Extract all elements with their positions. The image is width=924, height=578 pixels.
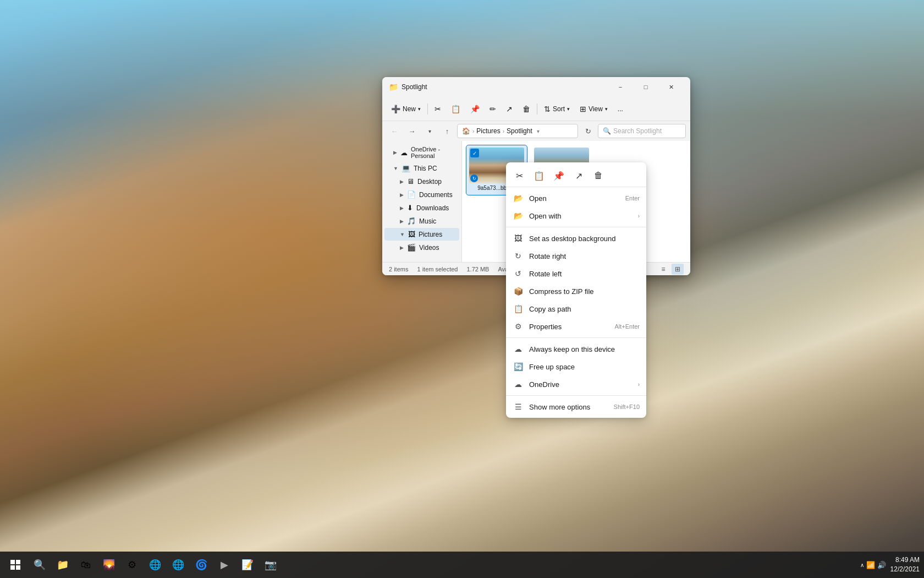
sort-dropdown-icon: ▾ bbox=[567, 106, 570, 112]
ctx-rotate-right[interactable]: ↻ Rotate right bbox=[506, 247, 646, 265]
refresh-button[interactable]: ↻ bbox=[580, 123, 596, 139]
taskbar: 🔍 📁 🛍 🌄 ⚙ 🌐 🌐 🌀 ▶ 📝 📷 ∧ 📶 🔊 8:49 AM 12/2… bbox=[0, 552, 924, 578]
grid-view-button[interactable]: ⊞ bbox=[672, 264, 684, 275]
sidebar-item-pictures[interactable]: ▼ 🖼 Pictures bbox=[384, 228, 459, 241]
ctx-sep-3 bbox=[506, 395, 646, 396]
recent-button[interactable]: ▾ bbox=[422, 123, 437, 139]
sidebar-item-thispc[interactable]: ▼ 💻 This PC bbox=[384, 162, 459, 175]
sidebar-item-documents[interactable]: ▶ 📄 Documents bbox=[384, 188, 459, 201]
maximize-button[interactable]: □ bbox=[633, 78, 658, 96]
forward-button[interactable]: → bbox=[404, 123, 420, 139]
delete-icon: 🗑 bbox=[522, 105, 530, 113]
sidebar-music-label: Music bbox=[419, 217, 436, 225]
desktop: 📁 Spotlight − □ ✕ ➕ New ▾ ✂ 📋 📌 bbox=[0, 0, 924, 578]
clock-time: 8:49 AM bbox=[890, 555, 920, 565]
view-dropdown-icon: ▾ bbox=[605, 106, 608, 112]
sort-icon: ⇅ bbox=[544, 105, 551, 113]
taskbar-edge[interactable]: 🌐 bbox=[144, 554, 166, 576]
list-view-button[interactable]: ≡ bbox=[657, 264, 669, 275]
start-button[interactable] bbox=[4, 554, 26, 576]
clock[interactable]: 8:49 AM 12/2/2021 bbox=[890, 555, 920, 574]
clock-date: 12/2/2021 bbox=[890, 565, 920, 574]
sidebar-item-desktop[interactable]: ▶ 🖥 Desktop bbox=[384, 175, 459, 188]
taskbar-search[interactable]: 🔍 bbox=[29, 554, 51, 576]
cut-button[interactable]: ✂ bbox=[430, 102, 446, 116]
ctx-paste-button[interactable]: 📌 bbox=[550, 167, 568, 184]
ctx-always-keep-label: Always keep on this device bbox=[529, 345, 640, 353]
path-pictures[interactable]: Pictures bbox=[476, 127, 500, 135]
taskbar-edge-dev[interactable]: 🌐 bbox=[167, 554, 189, 576]
ctx-open-with[interactable]: 📂 Open with › bbox=[506, 207, 646, 225]
ctx-properties[interactable]: ⚙ Properties Alt+Enter bbox=[506, 318, 646, 335]
ctx-open-label: Open bbox=[529, 194, 620, 203]
toolbar-separator-1 bbox=[427, 103, 428, 114]
paste-icon: 📌 bbox=[470, 105, 480, 113]
up-button[interactable]: ↑ bbox=[439, 123, 455, 139]
ctx-properties-label: Properties bbox=[529, 323, 609, 331]
sidebar-item-videos[interactable]: ▶ 🎬 Videos bbox=[384, 241, 459, 254]
sort-button[interactable]: ⇅ Sort ▾ bbox=[540, 102, 574, 116]
ctx-copy-path[interactable]: 📋 Copy as path bbox=[506, 300, 646, 318]
address-path[interactable]: 🏠 › Pictures › Spotlight ▾ bbox=[457, 124, 578, 138]
pictures-icon: 🖼 bbox=[408, 230, 415, 238]
sidebar-pictures-label: Pictures bbox=[419, 231, 442, 238]
ctx-onedrive[interactable]: ☁ OneDrive › bbox=[506, 375, 646, 393]
sidebar-item-downloads[interactable]: ▶ ⬇ Downloads bbox=[384, 201, 459, 214]
ctx-share-button[interactable]: ↗ bbox=[570, 167, 587, 184]
ctx-rotate-left-icon: ↺ bbox=[513, 268, 524, 279]
taskbar-store[interactable]: 🛍 bbox=[75, 554, 97, 576]
sidebar-videos-label: Videos bbox=[419, 244, 439, 252]
ctx-always-keep-icon: ☁ bbox=[513, 343, 524, 355]
ctx-free-space[interactable]: 🔄 Free up space bbox=[506, 358, 646, 375]
network-icon[interactable]: 📶 bbox=[866, 561, 875, 569]
taskbar-file-explorer[interactable]: 📁 bbox=[52, 554, 74, 576]
ctx-onedrive-arrow: › bbox=[638, 381, 640, 388]
back-button[interactable]: ← bbox=[387, 123, 402, 139]
ctx-open-icon: 📂 bbox=[513, 193, 524, 204]
ctx-desktop-icon: 🖼 bbox=[513, 233, 524, 244]
ctx-rotate-left-label: Rotate left bbox=[529, 270, 640, 278]
volume-icon[interactable]: 🔊 bbox=[877, 561, 886, 569]
ctx-open[interactable]: 📂 Open Enter bbox=[506, 189, 646, 207]
view-button[interactable]: ⊞ View ▾ bbox=[575, 102, 612, 116]
ctx-set-desktop[interactable]: 🖼 Set as desktop background bbox=[506, 230, 646, 247]
taskbar-photos[interactable]: 🌄 bbox=[98, 554, 120, 576]
ctx-delete-button[interactable]: 🗑 bbox=[590, 167, 607, 184]
chevron-icon[interactable]: ∧ bbox=[860, 562, 864, 568]
path-spotlight[interactable]: Spotlight bbox=[507, 127, 532, 135]
sidebar-item-music[interactable]: ▶ 🎵 Music bbox=[384, 215, 459, 227]
rename-button[interactable]: ✏ bbox=[485, 102, 501, 116]
ctx-always-keep[interactable]: ☁ Always keep on this device bbox=[506, 340, 646, 358]
ctx-show-more[interactable]: ☰ Show more options Shift+F10 bbox=[506, 398, 646, 416]
taskbar-settings[interactable]: ⚙ bbox=[121, 554, 143, 576]
ctx-compress[interactable]: 📦 Compress to ZIP file bbox=[506, 282, 646, 300]
sidebar-thispc-label: This PC bbox=[414, 165, 437, 172]
more-button[interactable]: ... bbox=[613, 103, 628, 115]
taskbar-camera[interactable]: 📷 bbox=[260, 554, 282, 576]
search-placeholder: Search Spotlight bbox=[613, 127, 662, 135]
music-icon: 🎵 bbox=[407, 217, 416, 225]
path-dropdown-icon[interactable]: ▾ bbox=[537, 128, 540, 134]
taskbar-terminal[interactable]: ▶ bbox=[213, 554, 235, 576]
minimize-button[interactable]: − bbox=[608, 78, 633, 96]
ctx-sep-1 bbox=[506, 227, 646, 227]
ctx-rotate-left[interactable]: ↺ Rotate left bbox=[506, 265, 646, 282]
copy-button[interactable]: 📋 bbox=[447, 102, 465, 116]
taskbar-notepad[interactable]: 📝 bbox=[237, 554, 258, 576]
delete-button[interactable]: 🗑 bbox=[518, 102, 535, 116]
item-count: 2 items bbox=[389, 266, 408, 272]
documents-icon: 📄 bbox=[407, 190, 416, 199]
ctx-open-with-label: Open with bbox=[529, 212, 632, 220]
share-button[interactable]: ↗ bbox=[502, 102, 517, 116]
new-button[interactable]: ➕ New ▾ bbox=[387, 102, 425, 116]
sidebar-documents-label: Documents bbox=[419, 191, 453, 199]
desktop-icon: 🖥 bbox=[407, 177, 414, 186]
taskbar-edge2[interactable]: 🌀 bbox=[190, 554, 212, 576]
paste-button[interactable]: 📌 bbox=[466, 102, 484, 116]
ctx-cut-button[interactable]: ✂ bbox=[510, 167, 528, 184]
sidebar-item-onedrive[interactable]: ▶ ☁ OneDrive - Personal bbox=[384, 144, 459, 161]
close-button[interactable]: ✕ bbox=[658, 78, 684, 96]
search-box[interactable]: 🔍 Search Spotlight bbox=[598, 124, 686, 138]
ctx-copy-button[interactable]: 📋 bbox=[530, 167, 548, 184]
ctx-properties-shortcut: Alt+Enter bbox=[614, 323, 640, 330]
